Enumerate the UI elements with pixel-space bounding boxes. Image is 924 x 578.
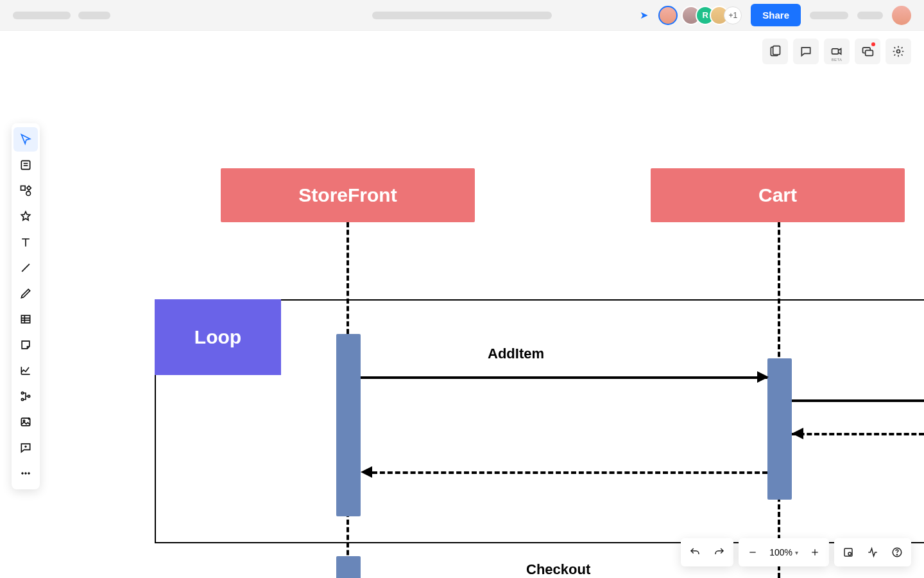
canvas[interactable]: StoreFront Cart Loop AddItem Checkout: [0, 31, 924, 578]
zoom-group: 100%▾: [739, 538, 829, 566]
arrowhead-icon: [792, 428, 803, 439]
participant-storefront[interactable]: StoreFront: [221, 168, 475, 222]
message-checkout-label[interactable]: Checkout: [526, 561, 590, 578]
history-group: [681, 538, 733, 566]
header-right-group: ➤ R +1 Share: [640, 4, 911, 26]
message-outgoing-arrow[interactable]: [792, 399, 924, 402]
bottom-toolbar: 100%▾: [681, 538, 911, 566]
redo-button[interactable]: [708, 541, 731, 564]
minimap-button[interactable]: [837, 541, 860, 564]
activation-storefront-2[interactable]: [336, 556, 361, 578]
activation-storefront[interactable]: [336, 334, 361, 516]
arrowhead-icon: [361, 466, 372, 478]
message-additem-label[interactable]: AddItem: [488, 346, 544, 362]
message-return-arrow[interactable]: [372, 471, 767, 474]
placeholder-icon: [810, 12, 848, 19]
placeholder-icon: [857, 12, 883, 19]
activation-cart[interactable]: [767, 358, 792, 500]
account-avatar[interactable]: [892, 6, 911, 25]
message-additem-arrow[interactable]: [361, 376, 767, 379]
help-button[interactable]: [886, 541, 909, 564]
activity-button[interactable]: [861, 541, 884, 564]
zoom-out-button[interactable]: [741, 541, 764, 564]
chevron-down-icon: ▾: [795, 549, 798, 556]
share-button[interactable]: Share: [751, 4, 801, 26]
avatar-me[interactable]: [658, 6, 678, 25]
loop-label[interactable]: Loop: [155, 299, 281, 375]
collaborator-avatars: R +1: [687, 6, 742, 25]
view-group: [834, 538, 911, 566]
more-collaborators-badge[interactable]: +1: [724, 6, 742, 24]
zoom-in-button[interactable]: [803, 541, 826, 564]
svg-point-32: [896, 554, 897, 555]
avatars: [658, 6, 678, 25]
presence-cursor-icon: ➤: [640, 9, 648, 21]
top-bar: ➤ R +1 Share: [0, 0, 924, 31]
undo-button[interactable]: [683, 541, 706, 564]
message-return-to-cart-arrow[interactable]: [792, 433, 924, 435]
document-title-placeholder[interactable]: [372, 12, 552, 19]
participant-cart[interactable]: Cart: [651, 168, 905, 222]
placeholder-icon: [13, 12, 71, 19]
zoom-level[interactable]: 100%▾: [766, 547, 802, 557]
svg-point-30: [848, 552, 851, 556]
placeholder-icon: [78, 12, 110, 19]
arrowhead-icon: [757, 371, 769, 383]
